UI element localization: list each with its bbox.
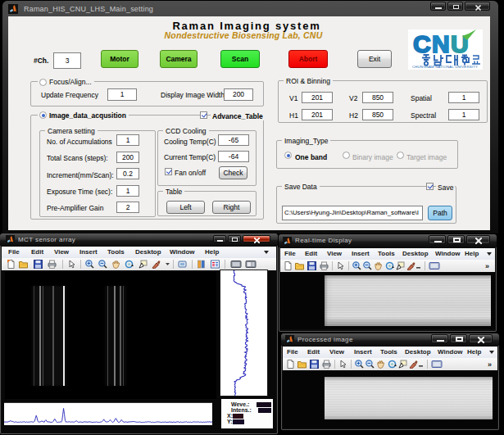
svg-text:U: U <box>451 30 469 57</box>
svg-text:N: N <box>432 30 450 57</box>
svg-text:C: C <box>413 30 430 57</box>
svg-text:CHUNGNAM NATIONAL UNIVERSITY: CHUNGNAM NATIONAL UNIVERSITY <box>412 65 478 69</box>
